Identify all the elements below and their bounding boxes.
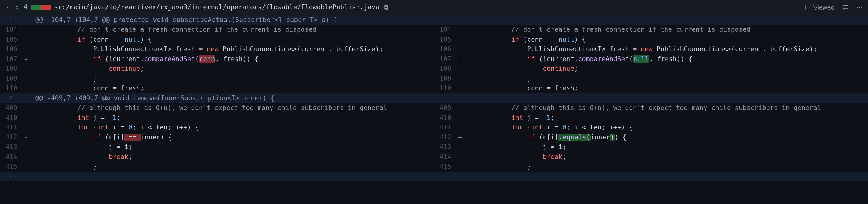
svg-rect-0: [385, 6, 388, 9]
diff-sign-left: [22, 152, 30, 162]
line-number-right[interactable]: 107: [434, 54, 456, 64]
line-number-left[interactable]: 104: [0, 25, 22, 35]
diff-sign-right: [456, 35, 464, 45]
code-right[interactable]: if (!current.compareAndSet(null, fresh))…: [464, 54, 868, 64]
line-number-left[interactable]: 409: [0, 103, 22, 113]
code-right[interactable]: PublishConnection<T> fresh = new Publish…: [464, 44, 868, 54]
code-left[interactable]: if (c[i] == inner) {: [30, 133, 434, 143]
expand-icon[interactable]: [0, 15, 22, 25]
diff-line: 109 }109 }: [0, 74, 868, 84]
code-left[interactable]: continue;: [30, 64, 434, 74]
kebab-icon[interactable]: [856, 4, 863, 11]
diff-sign-right: [456, 142, 464, 152]
copy-icon[interactable]: [383, 4, 390, 10]
code-right[interactable]: continue;: [464, 64, 868, 74]
file-header-left: 4 src/main/java/io/reactivex/rxjava3/int…: [5, 2, 390, 12]
code-right[interactable]: break;: [464, 152, 868, 162]
code-right[interactable]: }: [464, 162, 868, 172]
line-number-right[interactable]: 411: [434, 123, 456, 133]
code-left[interactable]: int j = -1;: [30, 113, 434, 123]
file-path[interactable]: src/main/java/io/reactivex/rxjava3/inter…: [54, 2, 379, 12]
expand-row: [0, 172, 868, 182]
diff-sign-right: [456, 83, 464, 94]
line-number-left[interactable]: 106: [0, 44, 22, 54]
line-number-left[interactable]: 413: [0, 142, 22, 152]
code-right[interactable]: if (c[i].equals(inner)) {: [464, 133, 868, 143]
line-number-right[interactable]: 415: [434, 162, 456, 172]
line-number-left[interactable]: 107: [0, 54, 22, 64]
diff-line: 106 PublishConnection<T> fresh = new Pub…: [0, 44, 868, 54]
diff-line: 410 int j = -1;410 int j = -1;: [0, 113, 868, 123]
diff-sign-left: [22, 64, 30, 74]
code-left[interactable]: j = i;: [30, 142, 434, 152]
line-number-left[interactable]: 410: [0, 113, 22, 123]
code-left[interactable]: for (int i = 0; i < len; i++) {: [30, 123, 434, 133]
viewed-checkbox[interactable]: [805, 5, 811, 10]
line-number-right[interactable]: 409: [434, 103, 456, 113]
code-right[interactable]: // don't create a fresh connection if th…: [464, 25, 868, 35]
code-left[interactable]: }: [30, 162, 434, 172]
hunk-header-text: @@ -409,7 +409,7 @@ void remove(InnerSub…: [30, 94, 868, 103]
diffstat-add-block: [31, 5, 36, 9]
diff-sign-left: -: [22, 133, 30, 143]
svg-rect-2: [843, 5, 848, 9]
chevron-down-icon[interactable]: [5, 5, 10, 10]
line-number-left[interactable]: +108: [0, 64, 22, 74]
diffstat-del-block: [41, 5, 45, 9]
line-number-left[interactable]: 412: [0, 133, 22, 143]
viewed-toggle[interactable]: Viewed: [805, 2, 835, 12]
code-right[interactable]: // although this is O(n), we don't expec…: [464, 103, 868, 113]
code-right[interactable]: for (int i = 0; i < len; i++) {: [464, 123, 868, 133]
expand-icon[interactable]: [0, 94, 22, 103]
line-number-left[interactable]: 411: [0, 123, 22, 133]
code-left[interactable]: if (conn == null) {: [30, 35, 434, 45]
line-number-right[interactable]: 410: [434, 113, 456, 123]
code-right[interactable]: j = i;: [464, 142, 868, 152]
hunk-header-row: @@ -409,7 +409,7 @@ void remove(InnerSub…: [0, 94, 868, 103]
line-number-left[interactable]: 105: [0, 35, 22, 45]
diff-line: 415 }415 }: [0, 162, 868, 172]
diff-sign-left: [22, 123, 30, 133]
line-number-right[interactable]: 109: [434, 74, 456, 84]
diff-line: 104 // don't create a fresh connection i…: [0, 25, 868, 35]
line-number-right[interactable]: 110: [434, 83, 456, 94]
code-right[interactable]: if (conn == null) {: [464, 35, 868, 45]
comment-icon[interactable]: [842, 4, 849, 11]
code-left[interactable]: if (!current.compareAndSet(conn, fresh))…: [30, 54, 434, 64]
diff-sign-right: [456, 103, 464, 113]
code-left[interactable]: // don't create a fresh connection if th…: [30, 25, 434, 35]
svg-point-3: [857, 7, 858, 8]
line-number-right[interactable]: 106: [434, 44, 456, 54]
diff-line: 411 for (int i = 0; i < len; i++) {411 f…: [0, 123, 868, 133]
viewed-label: Viewed: [813, 2, 835, 12]
diff-sign-left: [22, 113, 30, 123]
line-number-left[interactable]: 415: [0, 162, 22, 172]
diff-line: 414 break;414 break;: [0, 152, 868, 162]
code-left[interactable]: // although this is O(n), we don't expec…: [30, 103, 434, 113]
code-left[interactable]: conn = fresh;: [30, 83, 434, 94]
file-change-count: 4: [24, 2, 28, 12]
diffstat: [31, 5, 51, 9]
line-number-right[interactable]: 108: [434, 64, 456, 74]
code-right[interactable]: conn = fresh;: [464, 83, 868, 94]
line-number-right[interactable]: 105: [434, 35, 456, 45]
line-number-left[interactable]: 110: [0, 83, 22, 94]
code-right[interactable]: }: [464, 74, 868, 84]
line-number-right[interactable]: 412: [434, 133, 456, 143]
line-number-left[interactable]: 414: [0, 152, 22, 162]
diff-sign-left: [22, 83, 30, 94]
diff-line: +108 continue;108 continue;: [0, 64, 868, 74]
hunk-header-text: @@ -104,7 +104,7 @@ protected void subsc…: [30, 15, 868, 25]
code-left[interactable]: break;: [30, 152, 434, 162]
expand-down-icon[interactable]: [0, 172, 22, 182]
svg-point-4: [859, 7, 860, 8]
code-left[interactable]: }: [30, 74, 434, 84]
expand-all-icon[interactable]: [14, 5, 20, 10]
code-right[interactable]: int j = -1;: [464, 113, 868, 123]
line-number-left[interactable]: 109: [0, 74, 22, 84]
line-number-right[interactable]: 104: [434, 25, 456, 35]
line-number-right[interactable]: 413: [434, 142, 456, 152]
line-number-right[interactable]: 414: [434, 152, 456, 162]
code-left[interactable]: PublishConnection<T> fresh = new Publish…: [30, 44, 434, 54]
svg-point-5: [861, 7, 862, 8]
